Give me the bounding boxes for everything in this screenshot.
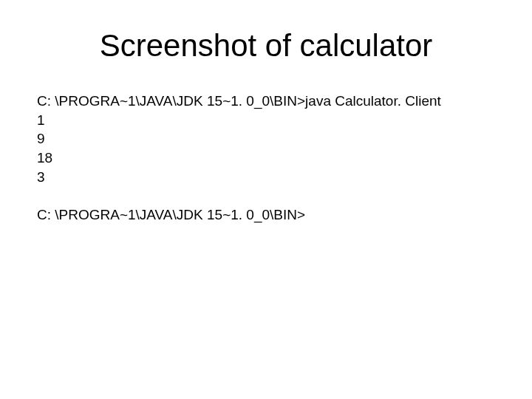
terminal-line: 3 — [37, 168, 495, 187]
terminal-line: C: \PROGRA~1\JAVA\JDK 15~1. 0_0\BIN>java… — [37, 92, 495, 111]
slide-title: Screenshot of calculator — [37, 28, 495, 64]
terminal-block-1: C: \PROGRA~1\JAVA\JDK 15~1. 0_0\BIN>java… — [37, 92, 495, 186]
terminal-prompt: C: \PROGRA~1\JAVA\JDK 15~1. 0_0\BIN> — [37, 205, 495, 225]
terminal-output: C: \PROGRA~1\JAVA\JDK 15~1. 0_0\BIN>java… — [37, 92, 495, 225]
slide-container: Screenshot of calculator C: \PROGRA~1\JA… — [0, 0, 532, 399]
terminal-line: 18 — [37, 149, 495, 168]
terminal-line: 1 — [37, 111, 495, 130]
terminal-line: 9 — [37, 129, 495, 149]
terminal-block-2: C: \PROGRA~1\JAVA\JDK 15~1. 0_0\BIN> — [37, 205, 495, 225]
